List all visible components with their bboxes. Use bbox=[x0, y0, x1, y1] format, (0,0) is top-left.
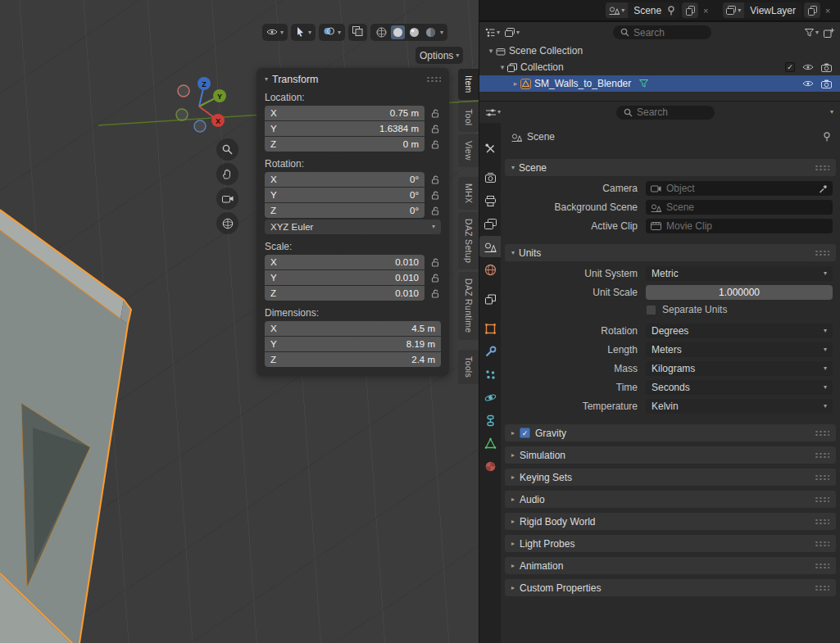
properties-editor-type-button[interactable]: ▾ bbox=[486, 108, 501, 117]
overlays-dropdown[interactable]: ▾ bbox=[319, 24, 345, 41]
lock-icon[interactable] bbox=[429, 289, 441, 298]
sidebar-tab-daz-setup[interactable]: DAZ Setup bbox=[458, 212, 479, 269]
transform-panel-header[interactable]: ▾ Transform bbox=[265, 74, 441, 85]
properties-tab-view-layer[interactable] bbox=[479, 213, 501, 234]
selected-mesh-object[interactable] bbox=[0, 210, 131, 643]
unit-system-dropdown[interactable]: Metric ▾ bbox=[646, 266, 833, 281]
sidebar-tab-daz-runtime[interactable]: DAZ Runtime bbox=[458, 272, 479, 339]
axis-neg-x-ball[interactable] bbox=[178, 85, 189, 97]
dimensions-z-field[interactable]: Z2.4 m bbox=[265, 352, 441, 367]
properties-tab-particles[interactable] bbox=[479, 364, 501, 385]
pan-hand-button[interactable] bbox=[216, 163, 238, 185]
expand-chevron-icon[interactable]: ▾ bbox=[486, 47, 496, 55]
properties-tab-output[interactable] bbox=[479, 190, 501, 211]
shading-wireframe-button[interactable] bbox=[375, 25, 388, 39]
rotation-z-field[interactable]: Z0° bbox=[265, 203, 425, 218]
expand-chevron-icon[interactable]: ▸ bbox=[511, 79, 520, 88]
properties-tab-world[interactable] bbox=[479, 259, 501, 280]
new-collection-button[interactable] bbox=[824, 28, 834, 38]
properties-search-input[interactable]: Search bbox=[616, 106, 715, 120]
outliner-filter-button[interactable]: ▾ bbox=[805, 29, 819, 37]
camera-view-button[interactable] bbox=[216, 188, 238, 210]
length-unit-dropdown[interactable]: Meters▾ bbox=[646, 342, 833, 357]
animation-panel-header[interactable]: ▸ Animation bbox=[505, 557, 836, 574]
location-x-field[interactable]: X0.75 m bbox=[265, 106, 425, 120]
disable-render-camera-icon[interactable] bbox=[817, 79, 835, 88]
properties-tab-constraints[interactable] bbox=[479, 410, 501, 431]
panel-drag-grip[interactable] bbox=[815, 496, 829, 503]
lock-icon[interactable] bbox=[429, 191, 441, 200]
delete-scene-button[interactable]: × bbox=[700, 6, 711, 16]
panel-drag-grip[interactable] bbox=[815, 430, 829, 437]
camera-object-field[interactable]: Object bbox=[646, 181, 833, 196]
pin-icon[interactable] bbox=[823, 132, 831, 142]
separate-units-checkbox[interactable] bbox=[646, 305, 656, 315]
pin-icon[interactable] bbox=[667, 6, 679, 16]
lock-icon[interactable] bbox=[429, 125, 441, 134]
navigation-gizmo[interactable]: Z Y X bbox=[166, 72, 235, 141]
location-y-field[interactable]: Y1.6384 m bbox=[265, 121, 425, 136]
browse-viewlayer-button[interactable]: ▾ bbox=[723, 2, 744, 18]
lock-icon[interactable] bbox=[429, 175, 441, 184]
audio-panel-header[interactable]: ▸ Audio bbox=[505, 491, 836, 508]
outliner-search-input[interactable]: Search bbox=[613, 25, 711, 39]
panel-drag-grip[interactable] bbox=[815, 250, 829, 256]
new-scene-button[interactable] bbox=[682, 2, 698, 18]
outliner-display-mode-button[interactable]: ▾ bbox=[505, 28, 520, 37]
panel-drag-grip[interactable] bbox=[815, 563, 829, 569]
panel-drag-grip[interactable] bbox=[815, 541, 829, 547]
properties-tab-physics[interactable] bbox=[479, 387, 501, 408]
dimensions-x-field[interactable]: X4.5 m bbox=[265, 321, 441, 336]
hide-eye-icon[interactable] bbox=[799, 79, 817, 88]
panel-drag-grip[interactable] bbox=[815, 165, 829, 171]
panel-drag-grip[interactable] bbox=[815, 585, 829, 591]
sidebar-tab-view[interactable]: View bbox=[458, 134, 479, 167]
rigid-body-world-panel-header[interactable]: ▸ Rigid Body World bbox=[505, 513, 836, 530]
panel-drag-grip[interactable] bbox=[815, 518, 829, 525]
scale-x-field[interactable]: X0.010 bbox=[265, 255, 425, 269]
properties-tab-collection[interactable] bbox=[479, 288, 501, 310]
properties-tab-render[interactable] bbox=[479, 167, 501, 188]
zoom-button[interactable] bbox=[216, 138, 238, 161]
lock-icon[interactable] bbox=[429, 274, 441, 283]
properties-tab-object[interactable] bbox=[479, 318, 501, 339]
lock-icon[interactable] bbox=[429, 258, 441, 267]
units-panel-header[interactable]: ▾ Units bbox=[505, 244, 836, 261]
axis-neg-y-ball[interactable] bbox=[176, 109, 188, 120]
browse-scene-button[interactable]: ▾ bbox=[606, 2, 628, 18]
expand-chevron-icon[interactable]: ▾ bbox=[497, 63, 507, 71]
rotation-y-field[interactable]: Y0° bbox=[265, 188, 425, 202]
lock-icon[interactable] bbox=[429, 206, 441, 215]
location-z-field[interactable]: Z0 m bbox=[265, 137, 425, 152]
scale-y-field[interactable]: Y0.010 bbox=[265, 270, 425, 285]
unit-scale-field[interactable]: 1.000000 bbox=[646, 285, 833, 300]
gravity-checkbox[interactable]: ✓ bbox=[520, 428, 530, 438]
exclude-checkbox[interactable]: ✓ bbox=[785, 62, 795, 72]
properties-tab-modifiers[interactable] bbox=[479, 341, 501, 362]
simulation-panel-header[interactable]: ▸ Simulation bbox=[505, 446, 836, 464]
panel-drag-grip[interactable] bbox=[426, 76, 441, 83]
disable-render-camera-icon[interactable] bbox=[817, 63, 835, 72]
eyedropper-icon[interactable] bbox=[819, 184, 828, 193]
active-clip-field[interactable]: Movie Clip bbox=[646, 219, 833, 233]
3d-viewport[interactable]: ▾ ▾ ▾ ▾ Options ▾ bbox=[0, 0, 479, 643]
rotation-unit-dropdown[interactable]: Degrees▾ bbox=[646, 324, 833, 338]
keying-sets-panel-header[interactable]: ▸ Keying Sets bbox=[505, 469, 836, 486]
time-unit-dropdown[interactable]: Seconds▾ bbox=[646, 380, 833, 395]
hide-eye-icon[interactable] bbox=[799, 63, 817, 71]
dimensions-y-field[interactable]: Y8.19 m bbox=[265, 337, 441, 351]
temperature-unit-dropdown[interactable]: Kelvin▾ bbox=[646, 399, 833, 414]
show-gizmo-dropdown[interactable]: ▾ bbox=[291, 24, 316, 41]
scene-name[interactable]: Scene bbox=[628, 5, 667, 16]
rotation-mode-dropdown[interactable]: XYZ Euler ▾ bbox=[265, 220, 441, 234]
properties-tab-tool[interactable] bbox=[479, 138, 501, 159]
lock-icon[interactable] bbox=[429, 109, 441, 118]
mass-unit-dropdown[interactable]: Kilograms▾ bbox=[646, 361, 833, 376]
outliner-row-sm-walls[interactable]: ▸ SM_Walls_to_Blender bbox=[479, 75, 840, 92]
panel-drag-grip[interactable] bbox=[815, 474, 829, 481]
shading-solid-button[interactable] bbox=[391, 25, 405, 39]
axis-neg-z-ball[interactable] bbox=[194, 120, 206, 132]
sidebar-tab-item[interactable]: Item bbox=[458, 69, 479, 100]
properties-tab-scene[interactable] bbox=[479, 236, 501, 257]
new-viewlayer-button[interactable] bbox=[804, 2, 820, 18]
